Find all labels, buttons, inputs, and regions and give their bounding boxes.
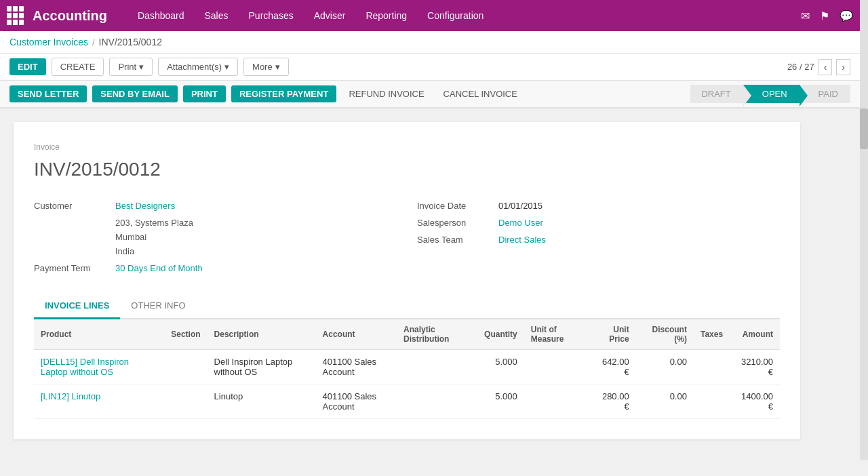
nav-configuration[interactable]: Configuration: [417, 0, 494, 31]
invoice-fields: Customer Best Designers 203, Systems Pla…: [34, 201, 780, 280]
col-taxes: Taxes: [694, 319, 730, 350]
next-page-button[interactable]: ›: [836, 59, 850, 75]
invoice-table: Product Section Description Account Anal…: [34, 319, 780, 419]
payment-term-field: Payment Term 30 Days End of Month: [34, 263, 397, 273]
brand-name: Accounting: [33, 8, 107, 24]
payment-term-link[interactable]: 30 Days End of Month: [115, 263, 203, 273]
cancel-invoice-button[interactable]: CANCEL INVOICE: [437, 85, 524, 102]
breadcrumb-parent[interactable]: Customer Invoices: [9, 37, 88, 47]
salesperson-field: Salesperson Demo User: [417, 218, 780, 228]
unit-price-2: 280.00 €: [589, 384, 636, 419]
invoice-number: INV/2015/0012: [34, 159, 780, 180]
nav-icons: ✉ ⚑ 💬: [801, 9, 853, 22]
tabs: INVOICE LINES OTHER INFO: [34, 294, 780, 319]
breadcrumb-current: INV/2015/0012: [99, 37, 162, 47]
chevron-down-icon: ▾: [139, 62, 144, 72]
analytic-2: [397, 384, 477, 419]
discount-1: 0.00: [636, 350, 694, 384]
taxes-1: [694, 350, 730, 384]
discount-2: 0.00: [636, 384, 694, 419]
col-section: Section: [164, 319, 207, 350]
account-2: 401100 Sales Account: [316, 384, 397, 419]
main-content: Invoice INV/2015/0012 Customer Best Desi…: [0, 108, 814, 460]
uom-1: [524, 350, 589, 384]
col-quantity: Quantity: [477, 319, 524, 350]
col-amount: Amount: [730, 319, 780, 350]
edit-button[interactable]: EDIT: [9, 58, 46, 75]
unit-price-1: 642.00 €: [589, 350, 636, 384]
quantity-2: 5.000: [477, 384, 524, 419]
product-link-1[interactable]: [DELL15] Dell Inspiron Laptop without OS: [41, 357, 129, 377]
create-button[interactable]: CREATE: [52, 58, 104, 76]
breadcrumb: Customer Invoices / INV/2015/0012: [0, 31, 860, 54]
amount-2: 1400.00 €: [730, 384, 780, 419]
nav-purchases[interactable]: Purchases: [239, 0, 304, 31]
app-grid-icon[interactable]: [7, 6, 26, 25]
invoice-card: Invoice INV/2015/0012 Customer Best Desi…: [14, 122, 800, 439]
analytic-1: [397, 350, 477, 384]
action-bar: EDIT CREATE Print ▾ Attachment(s) ▾ More…: [0, 54, 860, 81]
pagination-text: 26 / 27: [787, 62, 814, 72]
nav-adviser[interactable]: Adviser: [304, 0, 356, 31]
col-discount: Discount (%): [636, 319, 694, 350]
customer-name-link[interactable]: Best Designers: [115, 201, 175, 211]
sales-team-field: Sales Team Direct Sales: [417, 235, 780, 245]
description-2: Linutop: [208, 384, 316, 419]
chat-icon[interactable]: 💬: [840, 9, 853, 22]
description-1: Dell Inspiron Laptop without OS: [208, 350, 316, 384]
amount-1: 3210.00 €: [730, 350, 780, 384]
salesperson-label: Salesperson: [417, 218, 498, 228]
attachments-button[interactable]: Attachment(s) ▾: [158, 58, 238, 76]
chevron-down-icon: ▾: [275, 62, 280, 72]
salesperson-link[interactable]: Demo User: [498, 218, 543, 228]
customer-label: Customer: [34, 201, 115, 211]
invoice-label: Invoice: [34, 142, 780, 152]
step-draft[interactable]: DRAFT: [690, 85, 743, 103]
more-button[interactable]: More ▾: [243, 58, 289, 76]
tab-invoice-lines[interactable]: INVOICE LINES: [34, 294, 120, 319]
col-uom: Unit of Measure: [524, 319, 589, 350]
scrollbar-thumb[interactable]: [860, 108, 868, 149]
invoice-date-value: 01/01/2015: [498, 201, 542, 211]
mail-icon[interactable]: ✉: [801, 9, 810, 22]
nav-reporting[interactable]: Reporting: [355, 0, 417, 31]
pagination: 26 / 27 ‹ ›: [787, 59, 850, 75]
top-navigation: Accounting Dashboard Sales Purchases Adv…: [0, 0, 860, 31]
invoice-date-field: Invoice Date 01/01/2015: [417, 201, 780, 211]
col-unit-price: Unit Price: [589, 319, 636, 350]
status-steps: DRAFT OPEN PAID: [690, 85, 850, 103]
chevron-down-icon: ▾: [224, 62, 229, 72]
print-button[interactable]: Print ▾: [109, 58, 153, 76]
tab-other-info[interactable]: OTHER INFO: [120, 294, 196, 319]
product-link-2[interactable]: [LIN12] Linutop: [41, 391, 100, 401]
customer-field: Customer Best Designers: [34, 201, 397, 211]
send-by-email-button[interactable]: SEND BY EMAIL: [92, 85, 178, 102]
section-2: [164, 384, 207, 419]
table-row: [DELL15] Dell Inspiron Laptop without OS…: [34, 350, 780, 384]
sales-team-label: Sales Team: [417, 235, 498, 245]
nav-dashboard[interactable]: Dashboard: [127, 0, 195, 31]
nav-sales[interactable]: Sales: [195, 0, 239, 31]
table-row: [LIN12] Linutop Linutop 401100 Sales Acc…: [34, 384, 780, 419]
col-account: Account: [316, 319, 397, 350]
scrollbar[interactable]: [860, 0, 868, 460]
col-description: Description: [208, 319, 316, 350]
payment-term-label: Payment Term: [34, 263, 115, 273]
refund-invoice-button[interactable]: REFUND INVOICE: [342, 85, 431, 102]
taxes-2: [694, 384, 730, 419]
status-bar: SEND LETTER SEND BY EMAIL PRINT REGISTER…: [0, 81, 860, 108]
invoice-date-label: Invoice Date: [417, 201, 498, 211]
send-letter-button[interactable]: SEND LETTER: [9, 85, 87, 102]
prev-page-button[interactable]: ‹: [818, 59, 833, 75]
print-button[interactable]: PRINT: [183, 85, 226, 102]
register-payment-button[interactable]: REGISTER PAYMENT: [231, 85, 336, 102]
address-country: India: [115, 246, 397, 256]
address-city: Mumbai: [115, 232, 397, 242]
sales-team-link[interactable]: Direct Sales: [498, 235, 546, 245]
account-1: 401100 Sales Account: [316, 350, 397, 384]
flag-icon[interactable]: ⚑: [820, 9, 829, 22]
section-1: [164, 350, 207, 384]
breadcrumb-separator: /: [92, 37, 95, 47]
col-analytic: Analytic Distribution: [397, 319, 477, 350]
step-open[interactable]: OPEN: [743, 85, 800, 103]
